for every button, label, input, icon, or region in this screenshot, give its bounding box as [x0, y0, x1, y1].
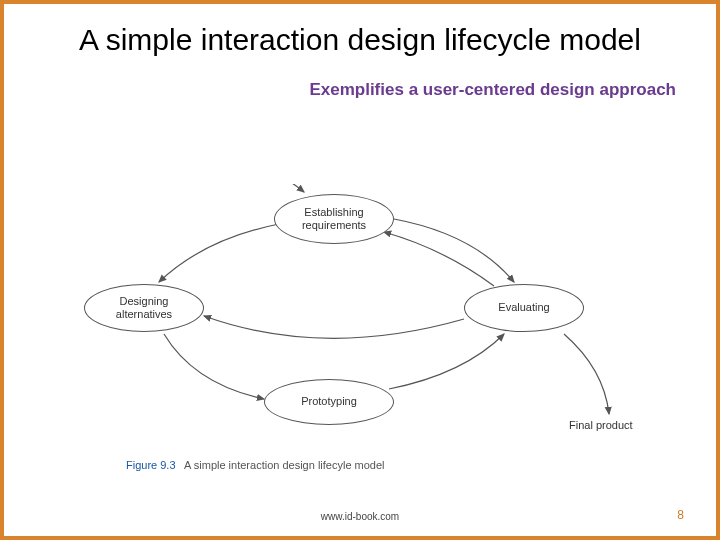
figure-caption-text: A simple interaction design lifecyle mod…: [184, 459, 385, 471]
slide-subtitle: Exemplifies a user-centered design appro…: [4, 80, 676, 100]
node-prototyping: Prototyping: [264, 379, 394, 425]
lifecycle-diagram: Establishing requirements Designing alte…: [64, 184, 664, 444]
node-evaluating: Evaluating: [464, 284, 584, 332]
slide: A simple interaction design lifecycle mo…: [0, 0, 720, 540]
node-label: Evaluating: [498, 301, 549, 314]
slide-title: A simple interaction design lifecycle mo…: [44, 22, 676, 58]
page-number: 8: [677, 508, 684, 522]
node-label: Establishing requirements: [302, 206, 366, 232]
final-product-label: Final product: [569, 419, 633, 431]
footer-url: www.id-book.com: [4, 511, 716, 522]
node-label: Designing alternatives: [116, 295, 172, 321]
figure-caption: Figure 9.3 A simple interaction design l…: [126, 459, 385, 471]
node-establishing-requirements: Establishing requirements: [274, 194, 394, 244]
node-designing-alternatives: Designing alternatives: [84, 284, 204, 332]
node-label: Prototyping: [301, 395, 357, 408]
figure-number: Figure 9.3: [126, 459, 176, 471]
